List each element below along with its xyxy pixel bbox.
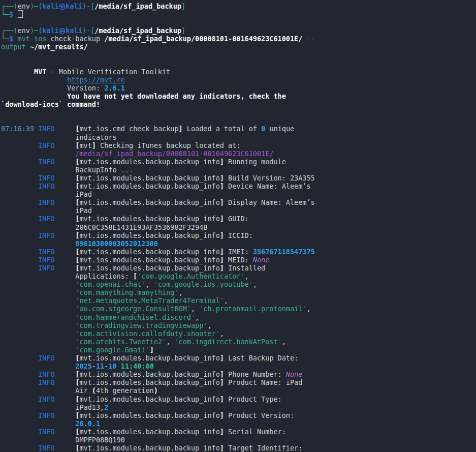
prompt-frame: ┌──(	[1, 2, 18, 10]
terminal-line: Applications: ['com.google.Authenticator…	[1, 272, 476, 280]
text	[1, 158, 38, 166]
text: ,	[146, 280, 154, 288]
product-name: 4th generation	[96, 386, 154, 395]
log-module: mvt.ios.modules.backup.backup_info	[79, 395, 219, 403]
backup-date: 10	[108, 362, 116, 370]
log-level: INFO	[38, 378, 55, 386]
text	[1, 411, 38, 419]
log-message: Running module	[224, 158, 286, 166]
version-label: Version:	[1, 84, 104, 92]
text	[55, 370, 76, 378]
log-module: mvt.ios.modules.backup.backup_info	[79, 370, 219, 378]
backup-date: 2025	[75, 362, 92, 370]
text	[1, 182, 38, 190]
log-module: mvt.ios.modules.backup.backup_info	[79, 256, 219, 264]
log-message: Serial Number:	[224, 428, 286, 436]
terminal-line: MVT - Mobile Verification Toolkit	[1, 68, 476, 76]
terminal-line: INFO [mvt.ios.modules.backup.backup_info…	[1, 411, 476, 419]
ellipsis: ...	[121, 166, 133, 174]
text: ,	[207, 321, 211, 329]
terminal-line: INFO [mvt.ios.modules.backup.backup_info…	[1, 395, 476, 403]
prompt-frame: ]	[181, 2, 185, 10]
terminal-line: INFO [mvt.ios.modules.backup.backup_info…	[1, 231, 476, 239]
product-name: Air	[1, 386, 92, 395]
text	[1, 174, 38, 182]
text: ,	[179, 288, 183, 296]
product-version: 1	[96, 419, 100, 428]
meid-value: None	[253, 256, 270, 264]
bracket: ]	[220, 231, 224, 239]
log-message: BackupInfo	[1, 166, 121, 174]
log-message: Checking iTunes backup located at:	[96, 141, 240, 149]
terminal-line: ┌──(env)─(kali㉿kali)-[/media/sf_ipad_bac…	[1, 2, 476, 10]
text: ,	[253, 280, 257, 288]
app-bundle-id: net.metaquotes.MetaTrader4Terminal	[79, 296, 219, 305]
terminal-line: INFO [mvt.ios.modules.backup.backup_info…	[1, 174, 476, 182]
log-module: mvt.ios.modules.backup.backup_info	[79, 248, 219, 256]
cursor[interactable]	[18, 10, 23, 18]
app-bundle-id: com.tradingview.tradingviewapp	[79, 321, 203, 329]
command-option: --	[307, 35, 315, 43]
terminal-line: BackupInfo ...	[1, 166, 476, 174]
terminal-line: INFO [mvt.ios.modules.backup.backup_info…	[1, 215, 476, 223]
text	[13, 10, 17, 18]
text	[55, 411, 76, 419]
bracket: ]	[92, 141, 96, 149]
log-level: INFO	[38, 198, 55, 206]
text: '	[249, 280, 253, 288]
text: '	[187, 305, 191, 313]
log-level: INFO	[38, 411, 55, 419]
terminal-line: INFO [mvt.ios.modules.backup.backup_info…	[1, 378, 476, 386]
terminal-line: Air (4th generation)	[1, 386, 476, 395]
text: .	[92, 419, 96, 428]
prompt-frame: └─	[1, 35, 9, 43]
text	[1, 346, 75, 354]
terminal-line: INFO [mvt.ios.modules.backup.backup_info…	[1, 182, 476, 190]
text: '	[302, 305, 306, 313]
log-module: mvt	[79, 141, 91, 149]
bracket: ]	[220, 444, 224, 452]
log-module: mvt.ios.modules.backup.backup_info	[79, 354, 219, 362]
url-link[interactable]: https://mvt.re	[67, 76, 125, 84]
text: '	[240, 272, 244, 280]
text: ,	[195, 313, 199, 321]
device-name: iPad	[1, 190, 92, 198]
log-module: mvt.ios.modules.backup.backup_info	[79, 411, 219, 419]
log-timestamp: 07:16:39	[1, 125, 34, 133]
text	[1, 248, 38, 256]
bracket: ]	[220, 256, 224, 264]
app-bundle-id: com.google.Authenticator	[141, 272, 240, 280]
terminal-line: 'com.hammerandchisel.discord',	[1, 313, 476, 321]
terminal-line	[1, 108, 476, 116]
bracket: ]	[150, 346, 154, 354]
text	[1, 149, 75, 158]
terminal-line: 'au.com.stgeorge.ConsultBOM', 'ch.proton…	[1, 305, 476, 313]
terminal-line: 'net.metaquotes.MetaTrader4Terminal',	[1, 296, 476, 305]
log-message: GUID:	[224, 215, 249, 223]
text	[1, 419, 75, 428]
terminal[interactable]: ┌──(env)─(kali㉿kali)-[/media/sf_ipad_bac…	[0, 0, 476, 452]
log-level: INFO	[38, 248, 55, 256]
terminal-line: DMPFP08BQ190	[1, 436, 476, 444]
text	[1, 296, 75, 305]
product-type: 2	[104, 403, 108, 411]
app-bundle-id: com.activision.callofduty.shooter	[79, 329, 215, 338]
user-host: kali㉿kali	[42, 2, 82, 10]
terminal-line	[1, 18, 476, 26]
text	[1, 141, 38, 149]
text: ,	[245, 272, 249, 280]
app-bundle-id: com.manything.manything	[79, 288, 174, 296]
text	[13, 35, 17, 43]
terminal-line: └─$	[1, 10, 476, 18]
app-bundle-id: ch.protonmail.protonmail	[203, 305, 302, 313]
text: '	[174, 288, 178, 296]
bracket: ]	[220, 354, 224, 362]
terminal-line: Version: 2.6.1	[1, 84, 476, 92]
build-version: Build Version: 23A355	[224, 174, 315, 182]
terminal-line: /media/sf_ipad_backup/00008101-001649623…	[1, 149, 476, 158]
app-bundle-id: au.com.stgeorge.ConsultBOM	[79, 305, 186, 313]
prompt-frame: )─(	[30, 26, 42, 35]
bracket: [	[133, 272, 137, 280]
user-host: kali㉿kali	[42, 26, 82, 35]
text: '	[174, 338, 178, 346]
